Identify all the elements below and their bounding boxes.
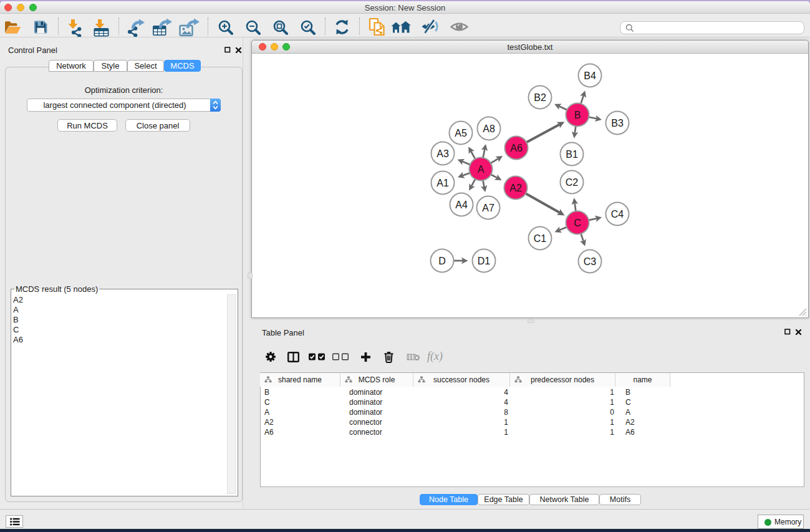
svg-text:C2: C2 — [566, 177, 579, 188]
svg-text:C3: C3 — [584, 256, 597, 267]
svg-text:D1: D1 — [478, 256, 491, 266]
svg-text:C: C — [574, 218, 581, 228]
svg-text:B3: B3 — [611, 118, 624, 128]
svg-text:A1: A1 — [436, 178, 449, 188]
svg-text:B: B — [574, 110, 581, 120]
svg-text:A: A — [478, 164, 485, 175]
svg-text:A7: A7 — [482, 203, 494, 213]
svg-text:C4: C4 — [611, 209, 624, 220]
svg-text:A4: A4 — [455, 200, 468, 210]
svg-text:D: D — [438, 256, 446, 266]
svg-text:C1: C1 — [534, 233, 547, 244]
svg-text:A5: A5 — [455, 128, 467, 138]
svg-text:B1: B1 — [566, 149, 578, 160]
svg-text:B4: B4 — [584, 70, 596, 81]
svg-text:A3: A3 — [436, 148, 449, 159]
svg-text:A6: A6 — [510, 143, 523, 153]
svg-text:A8: A8 — [483, 123, 495, 134]
svg-text:A2: A2 — [509, 183, 522, 193]
svg-text:B2: B2 — [534, 92, 546, 103]
